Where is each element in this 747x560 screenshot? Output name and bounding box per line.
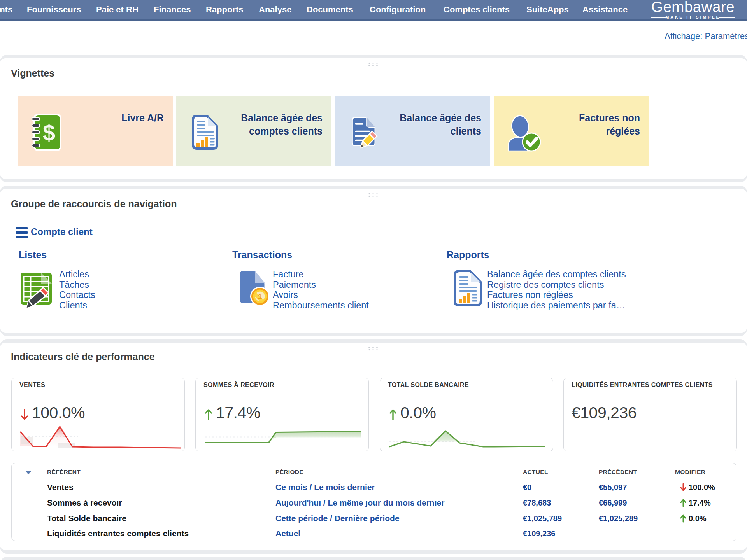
svg-text:$: $ xyxy=(43,120,55,145)
svg-text:1: 1 xyxy=(258,292,262,301)
